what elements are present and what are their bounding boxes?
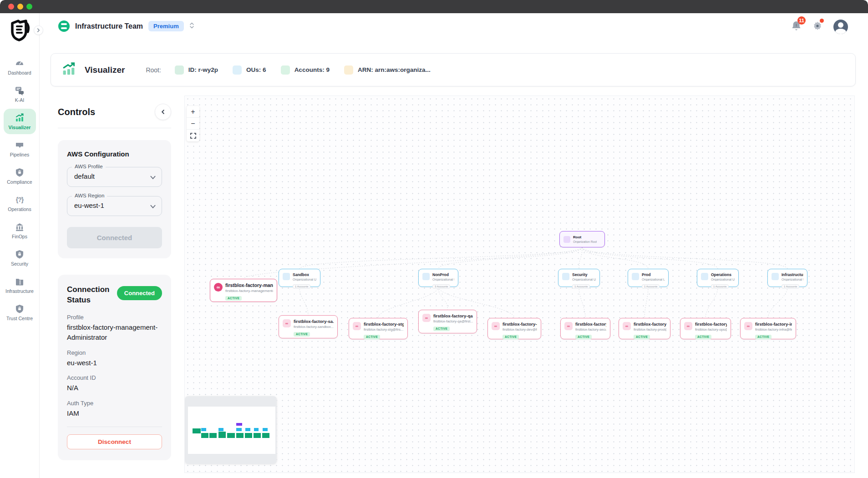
ou-node[interactable]: NonProdOrganizational Unit3 Accounts <box>418 269 458 287</box>
connect-button[interactable]: Connected <box>67 227 162 248</box>
root-id-chip: ID: r-wy2p <box>175 65 218 75</box>
visualizer-chart-icon <box>61 61 76 79</box>
account-node[interactable]: ∞firstblox-factory-qafirstblox-factory-q… <box>418 310 477 333</box>
sidebar-item-pipelines[interactable]: Pipelines <box>0 135 39 162</box>
node-subtitle: firstblox-factory-management@... <box>225 289 273 293</box>
ou-node[interactable]: ProdOrganizational Unit1 Accounts <box>628 269 669 287</box>
account-node[interactable]: ∞firstblox-factory-stgfirstblox-factory-… <box>349 318 408 339</box>
controls-panel: Controls AWS Configuration AWS Profile d… <box>58 104 171 460</box>
aws-profile-select[interactable]: AWS Profile default <box>67 167 162 187</box>
node-title: Root <box>573 235 597 239</box>
shield-lock-icon <box>15 249 25 259</box>
accounts-count-pill: 1 Accounts <box>293 284 310 289</box>
collapse-panel-button[interactable] <box>155 104 171 120</box>
account-node[interactable]: ∞firstblox-factory-se...firstblox-factor… <box>560 318 610 339</box>
minimap-node <box>254 428 259 431</box>
account-node[interactable]: ∞firstblox-factory-devfirstblox-factory-… <box>487 318 541 339</box>
minimap-node <box>262 433 269 438</box>
ou-icon <box>562 273 569 280</box>
sidebar-item-label: Trust Centre <box>6 316 33 321</box>
settings-button[interactable] <box>812 21 822 33</box>
node-title: firstblox-factory-dev <box>503 322 537 327</box>
sidebar-item-compliance[interactable]: Compliance <box>0 162 39 190</box>
close-window-button[interactable] <box>8 4 14 10</box>
sidebar-item-security[interactable]: Security <box>0 244 39 272</box>
notifications-button[interactable]: 11 <box>791 20 802 34</box>
sidebar-item-k-ai[interactable]: K-AI <box>0 81 39 108</box>
node-title: Security <box>572 272 596 277</box>
sidebar-item-finops[interactable]: FinOps <box>0 217 39 244</box>
left-sidebar: Dashboard K-AI Visualizer Pipelines <box>0 13 40 478</box>
premium-badge: Premium <box>148 21 184 31</box>
node-subtitle: Organizational Unit <box>432 278 454 281</box>
accounts-count-pill: 1 Accounts <box>711 284 729 289</box>
minimap-node <box>201 433 208 438</box>
team-selector[interactable]: Infrastructure Team Premium <box>58 20 194 32</box>
account-icon: ∞ <box>492 322 500 330</box>
sidebar-item-trust-centre[interactable]: Trust Centre <box>0 299 39 326</box>
app-window: Dashboard K-AI Visualizer Pipelines <box>0 0 868 478</box>
account-node[interactable]: ∞firstblox-factory-sa...firstblox-factor… <box>279 315 338 338</box>
zoom-out-button[interactable]: − <box>187 118 199 130</box>
org-tree-canvas[interactable]: RootOrganization RootSandboxOrganization… <box>184 96 855 473</box>
node-title: firstblox-factory-sa... <box>294 319 334 324</box>
node-title: firstblox-factory-ops <box>695 322 727 327</box>
node-subtitle: Organizational Unit <box>293 278 316 281</box>
sidebar-nav: Dashboard K-AI Visualizer Pipelines <box>0 53 39 326</box>
status-badge: ACTIVE <box>695 335 711 339</box>
account-node[interactable]: ∞firstblox-factory-inf...firstblox-facto… <box>740 318 796 339</box>
visualizer-summary-bar: Visualizer Root: ID: r-wy2p OUs: 6 Accou… <box>51 53 856 86</box>
minimap-node <box>236 423 242 426</box>
root-node[interactable]: RootOrganization Root <box>559 231 605 247</box>
sidebar-item-label: Compliance <box>7 179 32 185</box>
zoom-window-button[interactable] <box>26 4 32 10</box>
sidebar-item-dashboard[interactable]: Dashboard <box>0 53 39 81</box>
braces-question-icon: {?} <box>15 195 25 205</box>
sidebar-expand-button[interactable] <box>34 25 43 35</box>
account-icon: ∞ <box>422 314 431 322</box>
sidebar-item-visualizer[interactable]: Visualizer <box>0 108 39 135</box>
organization-icon <box>58 20 70 32</box>
folder-zip-icon <box>15 277 25 287</box>
node-subtitle: Organizational Unit <box>572 278 596 281</box>
node-title: NonProd <box>432 272 454 277</box>
user-avatar[interactable] <box>833 20 848 34</box>
node-title: Infrastructure <box>782 272 803 277</box>
status-badge: ACTIVE <box>634 335 650 339</box>
minimize-window-button[interactable] <box>17 4 23 10</box>
ou-node[interactable]: InfrastructureOrganizational Unit1 Accou… <box>767 269 807 287</box>
aws-configuration-heading: AWS Configuration <box>67 150 162 158</box>
ou-icon <box>283 273 290 280</box>
account-node[interactable]: ∞firstblox-factory-opsfirstblox-factory-… <box>680 318 731 339</box>
disconnect-button[interactable]: Disconnect <box>67 434 162 449</box>
status-badge: ACTIVE <box>755 335 772 339</box>
fit-view-button[interactable] <box>187 130 199 141</box>
minimap-node <box>227 433 235 438</box>
chevron-updown-icon[interactable] <box>189 22 194 31</box>
account-icon: ∞ <box>214 283 223 292</box>
minimap[interactable] <box>185 396 277 464</box>
ou-icon <box>422 273 430 280</box>
shield-lock-icon <box>15 304 25 314</box>
ou-node[interactable]: SecurityOrganizational Unit1 Accounts <box>558 269 600 287</box>
divider <box>67 427 162 427</box>
account-icon: ∞ <box>744 322 752 330</box>
account-node[interactable]: ∞firstblox-factory-mana...firstblox-fact… <box>210 279 277 302</box>
account-node[interactable]: ∞firstblox-factory-pr...firstblox-factor… <box>619 318 670 339</box>
sidebar-item-infrastructure[interactable]: Infrastructure <box>0 272 39 299</box>
ou-node[interactable]: OperationsOrganizational Unit1 Accounts <box>697 269 739 287</box>
aws-region-select[interactable]: AWS Region eu-west-1 <box>67 196 162 216</box>
minimap-node <box>263 428 268 431</box>
canvas-zoom-controls: + − <box>187 106 199 141</box>
sidebar-item-label: Visualizer <box>9 125 31 130</box>
node-title: firstblox-factory-stg <box>364 322 404 327</box>
sidebar-item-label: Operations <box>8 206 31 212</box>
notification-count-badge: 11 <box>797 16 806 25</box>
account-icon: ∞ <box>623 322 631 330</box>
profile-field: Profile firstblox-factory-management-Adm… <box>67 314 162 343</box>
ou-node[interactable]: SandboxOrganizational Unit1 Accounts <box>279 269 320 287</box>
sidebar-item-operations[interactable]: {?} Operations <box>0 190 39 217</box>
zoom-in-button[interactable]: + <box>187 106 199 118</box>
auth-type-field: Auth Type IAM <box>67 400 162 419</box>
header-actions: 11 <box>791 20 848 34</box>
